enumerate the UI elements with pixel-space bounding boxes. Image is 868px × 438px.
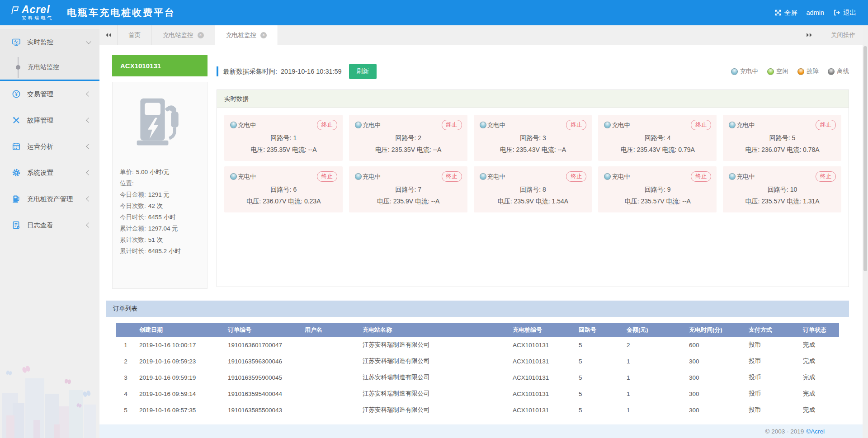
double-right-arrow-icon xyxy=(806,33,813,38)
stat-value: 51 次 xyxy=(148,236,163,243)
sidebar-group: 运营分析 xyxy=(0,133,99,160)
sidebar: 实时监控充电站监控¥交易管理故障管理运营分析系统设置充电桩资产管理日志查看 xyxy=(0,25,99,438)
cell: 300 xyxy=(685,353,745,369)
tab-label: 首页 xyxy=(128,31,141,39)
scrollbar xyxy=(863,25,868,438)
terminate-button[interactable]: 终止 xyxy=(442,171,462,182)
terminate-button[interactable]: 终止 xyxy=(317,171,337,182)
chevron-left-icon xyxy=(86,170,91,175)
circuit-number: 回路号: 6 xyxy=(230,186,337,194)
status-legend: 充电中空闲故障离线 xyxy=(731,67,849,75)
terminate-button[interactable]: 终止 xyxy=(691,171,711,182)
column-header-index xyxy=(116,323,136,337)
circuit-number: 回路号: 9 xyxy=(604,186,711,194)
tab-label: 充电站监控 xyxy=(163,31,193,39)
refresh-button[interactable]: 刷新 xyxy=(349,64,377,79)
main-content: ACX1010131 xyxy=(99,45,868,424)
legend-label: 故障 xyxy=(807,67,819,75)
stat-value: 6455 小时 xyxy=(148,214,176,221)
sidebar-item[interactable]: ¥交易管理 xyxy=(0,81,99,107)
status-dot xyxy=(731,68,738,75)
circuit-voltage-current: 电压: 235.43V 电流: 0.79A xyxy=(604,146,711,154)
table-row[interactable]: 32019-10-16 09:59:191910163595900045江苏安科… xyxy=(116,369,839,386)
sidebar-group: 系统设置 xyxy=(0,160,99,186)
chevron-left-icon xyxy=(86,222,91,227)
circuit-status-label: 充电中 xyxy=(487,121,506,129)
stat-value: 1291 元 xyxy=(148,191,170,198)
terminate-button[interactable]: 终止 xyxy=(691,120,711,130)
terminate-button[interactable]: 终止 xyxy=(317,120,337,130)
cell: ACX1010131 xyxy=(509,369,575,386)
fullscreen-button[interactable]: 全屏 xyxy=(774,9,797,17)
terminate-button[interactable]: 终止 xyxy=(442,120,462,130)
close-operations-button[interactable]: 关闭操作 xyxy=(818,25,868,45)
terminate-button[interactable]: 终止 xyxy=(566,171,586,182)
tab-close-icon[interactable]: × xyxy=(260,32,267,38)
stat-row: 累计金额:1297.04 元 xyxy=(120,223,200,234)
tabs-scroll-left-button[interactable] xyxy=(99,25,118,45)
table-row[interactable]: 42019-10-16 09:59:141910163595400044江苏安科… xyxy=(116,386,839,402)
stat-label: 今日次数: xyxy=(120,203,146,209)
stat-row: 今日次数:42 次 xyxy=(120,200,200,212)
circuit-number: 回路号: 4 xyxy=(604,134,711,142)
cell: 完成 xyxy=(799,353,839,369)
sidebar-item[interactable]: 日志查看 xyxy=(0,212,99,238)
tab-1[interactable]: 充电站监控× xyxy=(152,25,215,45)
tab-0[interactable]: 首页 xyxy=(118,25,152,45)
app-header: Acrel 安科瑞电气 电瓶车充电桩收费平台 全屏 admin 退出 xyxy=(0,0,868,25)
sidebar-item[interactable]: 实时监控 xyxy=(0,29,99,55)
tab-2[interactable]: 充电桩监控× xyxy=(215,25,278,45)
table-row[interactable]: 12019-10-16 10:00:171910163601700047江苏安科… xyxy=(116,337,839,353)
scrollbar-thumb[interactable] xyxy=(863,46,867,271)
circuit-status-label: 充电中 xyxy=(363,173,381,181)
footer-brand-link[interactable]: ©Acrel xyxy=(806,428,825,435)
cell: ACX1010131 xyxy=(509,386,575,402)
cell: 300 xyxy=(685,369,745,386)
stat-label: 今日时长: xyxy=(120,214,146,221)
column-header: 创建日期 xyxy=(136,323,224,337)
cell: 2019-10-16 09:59:19 xyxy=(136,369,224,386)
sidebar-item[interactable]: 运营分析 xyxy=(0,133,99,160)
terminate-button[interactable]: 终止 xyxy=(566,120,586,130)
cell: 江苏安科瑞制造有限公司 xyxy=(359,353,509,369)
circuit-voltage-current: 电压: 235.9V 电流: --A xyxy=(355,198,462,206)
cell: 完成 xyxy=(799,369,839,386)
stat-row: 今日时长:6455 小时 xyxy=(120,212,200,223)
circuit-status-label: 充电中 xyxy=(238,173,256,181)
status-dot xyxy=(797,68,804,75)
cell: 1 xyxy=(623,369,685,386)
table-row[interactable]: 22019-10-16 09:59:231910163596300046江苏安科… xyxy=(116,353,839,369)
charging-status-dot xyxy=(355,122,362,128)
tab-close-icon[interactable]: × xyxy=(198,32,204,38)
stat-row: 单价:5.00 小时/元 xyxy=(120,166,200,178)
circuit-number: 回路号: 3 xyxy=(480,134,587,142)
column-header: 充电站名称 xyxy=(359,323,509,337)
cell: 江苏安科瑞制造有限公司 xyxy=(359,337,509,353)
cell-index: 5 xyxy=(116,402,136,418)
sidebar-item-label: 交易管理 xyxy=(27,90,53,99)
tabs-scroll-right-button[interactable] xyxy=(800,25,818,45)
table-row[interactable]: 52019-10-16 09:57:351910163585500043江苏安科… xyxy=(116,402,839,418)
sidebar-subitem[interactable]: 充电站监控 xyxy=(0,55,99,80)
terminate-button[interactable]: 终止 xyxy=(816,120,836,130)
terminate-button[interactable]: 终止 xyxy=(816,171,836,182)
sidebar-item[interactable]: 充电桩资产管理 xyxy=(0,186,99,212)
cell: 投币 xyxy=(745,386,799,402)
sidebar-item-label: 充电桩资产管理 xyxy=(27,195,73,203)
charging-status-dot xyxy=(604,122,611,128)
cell: 2019-10-16 09:57:35 xyxy=(136,402,224,418)
cell: 1910163596300046 xyxy=(224,353,301,369)
cell-index: 4 xyxy=(116,386,136,402)
calendar-icon xyxy=(12,142,21,151)
logout-button[interactable]: 退出 xyxy=(833,9,856,17)
charging-status-dot xyxy=(480,173,486,180)
cell: 1910163585500043 xyxy=(224,402,301,418)
circuit-number: 回路号: 5 xyxy=(729,134,836,142)
sidebar-item[interactable]: 故障管理 xyxy=(0,107,99,133)
stat-value: 1297.04 元 xyxy=(148,225,178,232)
sidebar-item[interactable]: 系统设置 xyxy=(0,160,99,186)
charging-asset-icon xyxy=(12,194,21,203)
circuit-voltage-current: 电压: 235.57V 电流: 1.31A xyxy=(729,198,836,206)
user-menu[interactable]: admin xyxy=(807,9,825,16)
status-dot xyxy=(828,68,835,75)
